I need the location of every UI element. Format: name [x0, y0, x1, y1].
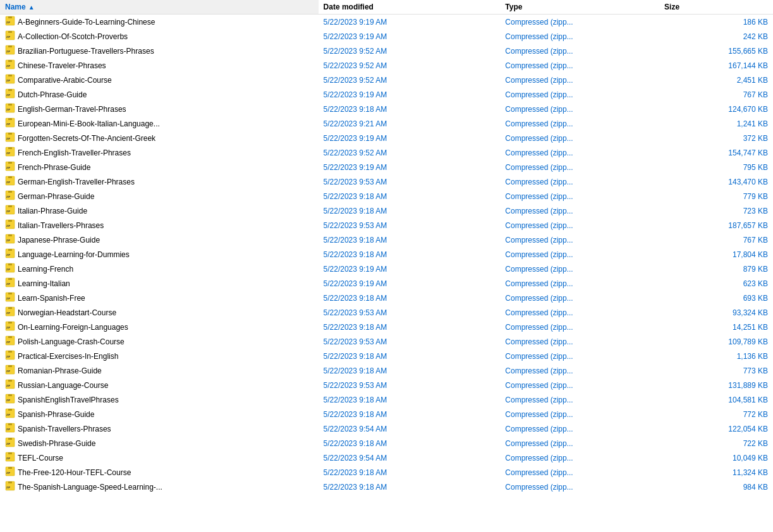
svg-text:ZIP: ZIP: [6, 137, 11, 140]
file-name-cell: ZIP The-Spanish-Language-Speed-Learning-…: [0, 480, 319, 494]
file-type-cell: Compressed (zipp...: [500, 247, 659, 262]
file-type-cell: Compressed (zipp...: [500, 421, 659, 436]
file-size-cell: 767 KB: [659, 87, 773, 102]
table-row[interactable]: ZIP French-English-Traveller-Phrases5/22…: [0, 145, 773, 160]
table-row[interactable]: ZIP A-Collection-Of-Scotch-Proverbs5/22/…: [0, 29, 773, 44]
svg-text:ZIP: ZIP: [6, 471, 11, 475]
col-header-type[interactable]: Type: [500, 0, 659, 15]
file-date-cell: 5/22/2023 9:18 AM: [319, 291, 501, 305]
svg-text:ZIP: ZIP: [6, 399, 11, 402]
table-row[interactable]: ZIP Romanian-Phrase-Guide5/22/2023 9:18 …: [0, 363, 773, 378]
zip-icon: ZIP: [5, 365, 15, 377]
col-header-size[interactable]: Size: [659, 0, 773, 15]
file-size-cell: 104,581 KB: [659, 392, 773, 407]
file-name-text: Learn-Spanish-Free: [18, 294, 85, 303]
table-row[interactable]: ZIP Spanish-Travellers-Phrases5/22/2023 …: [0, 421, 773, 436]
table-row[interactable]: ZIP A-Beginners-Guide-To-Learning-Chines…: [0, 15, 773, 30]
file-type-cell: Compressed (zipp...: [500, 291, 659, 305]
file-name-cell: ZIP Norwegian-Headstart-Course: [0, 305, 319, 320]
zip-icon: ZIP: [5, 147, 15, 159]
file-type-cell: Compressed (zipp...: [500, 116, 659, 131]
table-row[interactable]: ZIP English-German-Travel-Phrases5/22/20…: [0, 102, 773, 116]
table-row[interactable]: ZIP German-Phrase-Guide5/22/2023 9:18 AM…: [0, 189, 773, 203]
svg-text:ZIP: ZIP: [6, 21, 11, 24]
zip-icon: ZIP: [5, 394, 15, 406]
file-size-cell: 767 KB: [659, 233, 773, 247]
file-type-cell: Compressed (zipp...: [500, 218, 659, 233]
zip-icon: ZIP: [5, 234, 15, 246]
table-row[interactable]: ZIP Dutch-Phrase-Guide5/22/2023 9:19 AMC…: [0, 87, 773, 102]
file-size-cell: 187,657 KB: [659, 218, 773, 233]
table-row[interactable]: ZIP Learning-French5/22/2023 9:19 AMComp…: [0, 262, 773, 276]
file-size-cell: 779 KB: [659, 189, 773, 203]
table-row[interactable]: ZIP SpanishEnglishTravelPhrases5/22/2023…: [0, 392, 773, 407]
svg-text:ZIP: ZIP: [6, 210, 11, 213]
file-date-cell: 5/22/2023 9:19 AM: [319, 262, 501, 276]
table-row[interactable]: ZIP Practical-Exercises-In-English5/22/2…: [0, 349, 773, 363]
file-name-cell: ZIP A-Collection-Of-Scotch-Proverbs: [0, 29, 319, 44]
table-row[interactable]: ZIP German-English-Traveller-Phrases5/22…: [0, 174, 773, 189]
file-date-cell: 5/22/2023 9:18 AM: [319, 392, 501, 407]
table-row[interactable]: ZIP Brazilian-Portuguese-Travellers-Phra…: [0, 44, 773, 58]
file-size-cell: 122,054 KB: [659, 421, 773, 436]
table-row[interactable]: ZIP Polish-Language-Crash-Course5/22/202…: [0, 334, 773, 349]
table-row[interactable]: ZIP TEFL-Course5/22/2023 9:54 AMCompress…: [0, 450, 773, 465]
file-name-text: Romanian-Phrase-Guide: [18, 366, 102, 375]
table-row[interactable]: ZIP Japanese-Phrase-Guide5/22/2023 9:18 …: [0, 233, 773, 247]
file-date-cell: 5/22/2023 9:53 AM: [319, 174, 501, 189]
svg-text:ZIP: ZIP: [6, 297, 11, 300]
file-type-cell: Compressed (zipp...: [500, 407, 659, 421]
col-header-date[interactable]: Date modified: [319, 0, 501, 15]
col-header-name[interactable]: Name ▲: [0, 0, 319, 15]
file-name-text: Comparative-Arabic-Course: [18, 76, 112, 85]
table-row[interactable]: ZIP Language-Learning-for-Dummies5/22/20…: [0, 247, 773, 262]
file-name-text: Language-Learning-for-Dummies: [18, 250, 130, 259]
table-row[interactable]: ZIP Italian-Travellers-Phrases5/22/2023 …: [0, 218, 773, 233]
file-name-text: German-English-Traveller-Phrases: [18, 178, 135, 186]
table-row[interactable]: ZIP Learning-Italian5/22/2023 9:19 AMCom…: [0, 276, 773, 291]
file-name-text: Russian-Language-Course: [18, 381, 108, 390]
zip-icon: ZIP: [5, 423, 15, 435]
table-row[interactable]: ZIP On-Learning-Foreign-Languages5/22/20…: [0, 320, 773, 334]
file-name-cell: ZIP TEFL-Course: [0, 450, 319, 465]
file-name-cell: ZIP European-Mini-E-Book-Italian-Languag…: [0, 116, 319, 131]
zip-icon: ZIP: [5, 161, 15, 173]
table-row[interactable]: ZIP Norwegian-Headstart-Course5/22/2023 …: [0, 305, 773, 320]
file-date-cell: 5/22/2023 9:21 AM: [319, 116, 501, 131]
file-date-cell: 5/22/2023 9:18 AM: [319, 320, 501, 334]
table-row[interactable]: ZIP European-Mini-E-Book-Italian-Languag…: [0, 116, 773, 131]
file-size-cell: 186 KB: [659, 15, 773, 30]
file-date-cell: 5/22/2023 9:18 AM: [319, 480, 501, 494]
table-row[interactable]: ZIP The-Spanish-Language-Speed-Learning-…: [0, 480, 773, 494]
file-date-cell: 5/22/2023 9:18 AM: [319, 363, 501, 378]
table-row[interactable]: ZIP Forgotten-Secrets-Of-The-Ancient-Gre…: [0, 131, 773, 145]
table-row[interactable]: ZIP Spanish-Phrase-Guide5/22/2023 9:18 A…: [0, 407, 773, 421]
file-name-cell: ZIP Dutch-Phrase-Guide: [0, 87, 319, 102]
file-date-cell: 5/22/2023 9:19 AM: [319, 87, 501, 102]
file-name-text: French-Phrase-Guide: [18, 163, 90, 172]
zip-icon: ZIP: [5, 16, 15, 28]
table-row[interactable]: ZIP Comparative-Arabic-Course5/22/2023 9…: [0, 73, 773, 87]
svg-text:ZIP: ZIP: [6, 64, 11, 68]
file-size-cell: 2,451 KB: [659, 73, 773, 87]
file-size-cell: 93,324 KB: [659, 305, 773, 320]
table-row[interactable]: ZIP The-Free-120-Hour-TEFL-Course5/22/20…: [0, 465, 773, 480]
file-size-cell: 124,670 KB: [659, 102, 773, 116]
svg-text:ZIP: ZIP: [6, 428, 11, 431]
date-header-label: Date modified: [324, 3, 374, 11]
svg-text:ZIP: ZIP: [6, 341, 11, 344]
table-row[interactable]: ZIP Italian-Phrase-Guide5/22/2023 9:18 A…: [0, 203, 773, 218]
zip-icon: ZIP: [5, 437, 15, 449]
type-header-label: Type: [505, 3, 522, 11]
table-row[interactable]: ZIP Russian-Language-Course5/22/2023 9:5…: [0, 378, 773, 392]
zip-icon: ZIP: [5, 481, 15, 493]
table-row[interactable]: ZIP French-Phrase-Guide5/22/2023 9:19 AM…: [0, 160, 773, 174]
file-date-cell: 5/22/2023 9:18 AM: [319, 102, 501, 116]
file-name-text: TEFL-Course: [18, 454, 63, 462]
file-name-cell: ZIP English-German-Travel-Phrases: [0, 102, 319, 116]
table-row[interactable]: ZIP Learn-Spanish-Free5/22/2023 9:18 AMC…: [0, 291, 773, 305]
zip-icon: ZIP: [5, 74, 15, 86]
table-row[interactable]: ZIP Chinese-Traveler-Phrases5/22/2023 9:…: [0, 58, 773, 73]
table-row[interactable]: ZIP Swedish-Phrase-Guide5/22/2023 9:18 A…: [0, 436, 773, 450]
file-date-cell: 5/22/2023 9:54 AM: [319, 450, 501, 465]
